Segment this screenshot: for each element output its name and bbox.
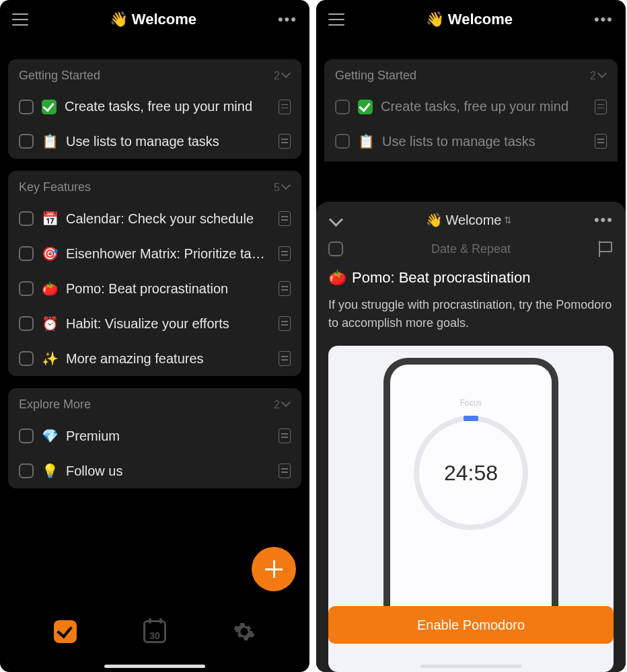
task-checkbox[interactable] bbox=[19, 100, 34, 114]
note-icon[interactable] bbox=[279, 351, 291, 366]
flag-icon[interactable] bbox=[599, 241, 614, 257]
collapse-icon[interactable] bbox=[328, 212, 344, 228]
section-count: 5 bbox=[274, 182, 291, 194]
task-label: Pomo: Beat procrastination bbox=[66, 281, 270, 297]
checkmark-icon bbox=[42, 100, 57, 114]
note-icon[interactable] bbox=[279, 246, 291, 261]
section-header[interactable]: Getting Started 2 bbox=[324, 59, 618, 89]
phone-screen-detail: 👋 Welcome ••• Getting Started 2 Create t… bbox=[316, 0, 626, 672]
detail-title: 🍅 Pomo: Beat procrastination bbox=[328, 269, 614, 287]
tomato-icon: 🍅 bbox=[328, 269, 346, 287]
task-checkbox[interactable] bbox=[19, 428, 34, 443]
page-title: 👋 Welcome bbox=[426, 11, 513, 28]
task-row[interactable]: 📋 Use lists to manage tasks bbox=[324, 124, 618, 159]
detail-meta-row: Date & Repeat bbox=[328, 241, 614, 257]
section-explore-more: Explore More 2 💎 Premium 💡 Follow us bbox=[8, 388, 301, 488]
task-label: Create tasks, free up your mind bbox=[381, 99, 587, 114]
task-row[interactable]: 🍅 Pomo: Beat procrastination bbox=[8, 271, 301, 306]
task-checkbox[interactable] bbox=[19, 281, 34, 296]
task-checkbox[interactable] bbox=[19, 211, 34, 226]
section-getting-started: Getting Started 2 Create tasks, free up … bbox=[8, 59, 301, 159]
more-icon[interactable]: ••• bbox=[594, 211, 614, 229]
more-icon[interactable]: ••• bbox=[278, 11, 297, 28]
menu-icon[interactable] bbox=[328, 13, 344, 26]
section-getting-started: Getting Started 2 Create tasks, free up … bbox=[324, 59, 618, 161]
section-title: Explore More bbox=[19, 398, 91, 412]
task-row[interactable]: 💎 Premium bbox=[8, 418, 301, 453]
task-label: Use lists to manage tasks bbox=[382, 134, 587, 149]
page-title-text: Welcome bbox=[132, 11, 196, 28]
note-icon[interactable] bbox=[279, 281, 291, 296]
section-title: Getting Started bbox=[19, 69, 100, 83]
note-icon[interactable] bbox=[279, 463, 291, 478]
bulb-icon: 💡 bbox=[42, 463, 58, 479]
top-bar: 👋 Welcome ••• bbox=[0, 0, 309, 39]
enable-pomodoro-button[interactable]: Enable Pomodoro bbox=[328, 606, 614, 644]
tab-settings[interactable] bbox=[233, 620, 256, 643]
menu-icon[interactable] bbox=[12, 13, 28, 26]
task-row[interactable]: 🎯 Eisenhower Matrix: Prioritize tasks bbox=[8, 236, 301, 271]
breadcrumb-label: Welcome bbox=[445, 213, 501, 228]
task-label: More amazing features bbox=[66, 351, 270, 367]
task-row[interactable]: 📋 Use lists to manage tasks bbox=[8, 124, 301, 159]
add-task-button[interactable] bbox=[252, 547, 296, 591]
task-row[interactable]: 💡 Follow us bbox=[8, 453, 301, 488]
phone-mockup: Focus 24:58 bbox=[383, 358, 558, 627]
section-header[interactable]: Getting Started 2 bbox=[8, 59, 301, 89]
task-row[interactable]: Create tasks, free up your mind bbox=[324, 89, 618, 124]
task-row[interactable]: ⏰ Habit: Visualize your efforts bbox=[8, 306, 301, 341]
tab-tasks[interactable] bbox=[54, 620, 77, 643]
task-checkbox[interactable] bbox=[19, 316, 34, 331]
task-row[interactable]: ✨ More amazing features bbox=[8, 341, 301, 376]
note-icon[interactable] bbox=[279, 428, 291, 443]
task-label: Follow us bbox=[66, 463, 270, 479]
page-title: 👋 Welcome bbox=[110, 11, 196, 28]
timer-progress-tick bbox=[464, 416, 478, 421]
date-repeat-button[interactable]: Date & Repeat bbox=[354, 242, 588, 256]
note-icon[interactable] bbox=[279, 134, 291, 149]
task-checkbox[interactable] bbox=[19, 351, 34, 366]
phone-screen-list: 👋 Welcome ••• Getting Started 2 Create t… bbox=[0, 0, 309, 672]
detail-breadcrumb[interactable]: 👋 Welcome ⇅ bbox=[426, 212, 512, 228]
task-checkbox[interactable] bbox=[328, 241, 343, 256]
section-header[interactable]: Key Features 5 bbox=[8, 171, 301, 201]
task-checkbox[interactable] bbox=[19, 463, 34, 478]
task-checkbox[interactable] bbox=[335, 134, 350, 149]
chevron-down-icon bbox=[283, 72, 291, 80]
section-header[interactable]: Explore More 2 bbox=[8, 388, 301, 418]
task-label: Premium bbox=[66, 428, 270, 444]
detail-header: 👋 Welcome ⇅ ••• bbox=[328, 211, 614, 229]
sort-icon: ⇅ bbox=[504, 215, 512, 225]
note-icon[interactable] bbox=[595, 100, 607, 114]
note-icon[interactable] bbox=[595, 134, 607, 149]
section-count: 2 bbox=[274, 399, 291, 411]
section-count: 2 bbox=[590, 70, 607, 82]
clipboard-icon: 📋 bbox=[358, 133, 374, 149]
home-indicator[interactable] bbox=[420, 665, 521, 668]
task-detail-sheet: 👋 Welcome ⇅ ••• Date & Repeat 🍅 Pomo: Be… bbox=[316, 202, 626, 672]
section-count: 2 bbox=[274, 70, 291, 82]
note-icon[interactable] bbox=[279, 316, 291, 331]
chevron-down-icon bbox=[283, 184, 291, 192]
note-icon[interactable] bbox=[279, 211, 291, 226]
section-key-features: Key Features 5 📅 Calendar: Check your sc… bbox=[8, 171, 301, 376]
detail-description: If you struggle with procrastination, tr… bbox=[328, 296, 614, 332]
task-checkbox[interactable] bbox=[19, 246, 34, 261]
task-row[interactable]: 📅 Calendar: Check your schedule bbox=[8, 201, 301, 236]
wave-icon: 👋 bbox=[426, 212, 443, 228]
task-checkbox[interactable] bbox=[335, 100, 350, 114]
checkmark-icon bbox=[358, 100, 373, 114]
note-icon[interactable] bbox=[279, 100, 291, 114]
detail-title-text: Pomo: Beat procrastination bbox=[352, 269, 530, 287]
section-title: Getting Started bbox=[335, 69, 416, 83]
timer-value: 24:58 bbox=[444, 461, 498, 486]
alarm-icon: ⏰ bbox=[42, 315, 58, 332]
task-row[interactable]: Create tasks, free up your mind bbox=[8, 89, 301, 124]
tab-calendar[interactable]: 30 bbox=[143, 620, 166, 643]
timer-circle: 24:58 bbox=[414, 416, 528, 530]
more-icon[interactable]: ••• bbox=[594, 11, 614, 28]
home-indicator[interactable] bbox=[104, 665, 205, 668]
task-checkbox[interactable] bbox=[19, 134, 34, 149]
sparkles-icon: ✨ bbox=[42, 350, 58, 367]
tomato-icon: 🍅 bbox=[42, 281, 58, 297]
